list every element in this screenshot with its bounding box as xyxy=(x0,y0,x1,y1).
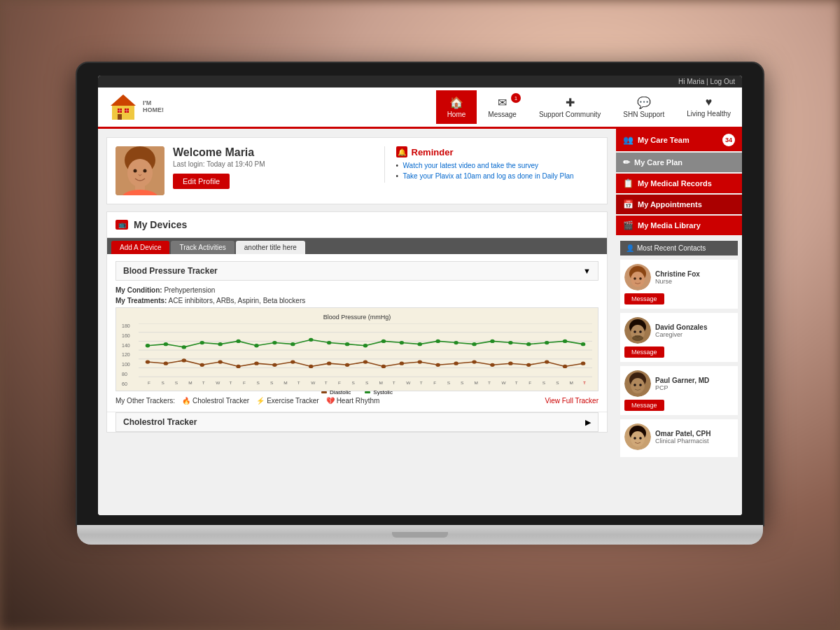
sidebar-care-plan[interactable]: ✏ My Care Plan xyxy=(616,153,742,172)
svg-text:T: T xyxy=(393,381,396,384)
svg-point-64 xyxy=(435,363,440,367)
svg-rect-0 xyxy=(112,104,134,120)
sidebar-medical-records[interactable]: 📋 My Medical Records xyxy=(616,174,742,193)
svg-point-37 xyxy=(400,341,404,344)
systolic-dot xyxy=(365,391,370,393)
view-full-tracker-link[interactable]: View Full Tracker xyxy=(545,397,598,405)
svg-point-46 xyxy=(563,340,567,343)
svg-point-54 xyxy=(254,362,258,365)
message-btn-paul[interactable]: Message xyxy=(624,400,664,411)
nav-message[interactable]: ✉ Message 1 xyxy=(477,90,528,124)
svg-text:T: T xyxy=(488,381,491,384)
svg-point-69 xyxy=(526,363,531,367)
svg-point-125 xyxy=(634,437,636,440)
care-team-label: My Care Team xyxy=(638,136,690,144)
svg-point-114 xyxy=(634,330,636,333)
svg-text:S: S xyxy=(556,381,559,384)
bp-condition: My Condition: Prehypertension xyxy=(115,286,598,294)
tracker-header-bp[interactable]: Blood Pressure Tracker ▼ xyxy=(115,261,598,281)
svg-point-11 xyxy=(127,159,153,187)
svg-point-26 xyxy=(200,341,204,344)
svg-text:S: S xyxy=(461,381,463,384)
heart-rhythm-link[interactable]: 💔 Heart Rhythm xyxy=(326,397,380,405)
nav-shn-support[interactable]: 💬 SHN Support xyxy=(612,90,676,124)
svg-text:S: S xyxy=(256,381,259,384)
tabs-bar: Add A Device Track Activities another ti… xyxy=(107,238,607,254)
svg-point-27 xyxy=(218,342,222,346)
svg-point-34 xyxy=(345,342,349,346)
contact-role-david: Caregiver xyxy=(655,331,734,338)
svg-text:W: W xyxy=(406,381,411,384)
contact-avatar-david xyxy=(624,317,651,344)
svg-point-119 xyxy=(631,378,645,393)
message-btn-christine[interactable]: Message xyxy=(624,293,664,304)
svg-point-38 xyxy=(418,342,422,346)
devices-section: 📺 My Devices Add A Device Track Activiti… xyxy=(106,211,608,433)
exercise-tracker-link[interactable]: ⚡ Exercise Tracker xyxy=(256,397,318,405)
svg-text:F: F xyxy=(243,381,246,384)
svg-point-29 xyxy=(254,344,258,347)
welcome-text: Welcome Maria Last login: Today at 19:40… xyxy=(173,146,376,189)
cholesterol-tracker-link[interactable]: 🔥 Cholestrol Tracker xyxy=(182,397,249,405)
avatar-face xyxy=(115,146,164,195)
svg-point-58 xyxy=(327,362,331,365)
svg-text:S: S xyxy=(161,381,164,384)
other-trackers: My Other Trackers: 🔥 Cholestrol Tracker … xyxy=(115,397,598,405)
reminder-item-2[interactable]: Take your Plavix at 10am and log as done… xyxy=(396,172,599,180)
sidebar-appointments[interactable]: 📅 My Appointments xyxy=(616,195,742,214)
svg-point-66 xyxy=(472,360,476,363)
sidebar-media-library[interactable]: 🎬 My Media Library xyxy=(616,216,742,235)
sidebar-care-team[interactable]: 👥 My Care Team 34 xyxy=(616,129,742,151)
care-team-count: 34 xyxy=(722,134,735,146)
svg-text:T: T xyxy=(325,381,328,384)
svg-point-115 xyxy=(639,330,642,333)
omar-face xyxy=(624,424,651,450)
main-content: Welcome Maria Last login: Today at 19:40… xyxy=(98,129,742,515)
support-community-icon: ✚ xyxy=(566,96,575,109)
nav-living-healthy-label: Living Healthy xyxy=(687,110,731,118)
nav-support-community-label: Support Community xyxy=(539,111,601,118)
svg-point-42 xyxy=(490,340,494,343)
svg-text:T: T xyxy=(202,381,205,384)
svg-point-53 xyxy=(236,365,240,368)
right-sidebar: 👥 My Care Team 34 ✏ My Care Plan 📋 xyxy=(616,129,742,515)
svg-text:S: S xyxy=(352,381,355,384)
care-plan-label: My Care Plan xyxy=(634,158,682,167)
svg-text:S: S xyxy=(365,381,368,384)
svg-point-59 xyxy=(345,363,349,367)
chart-legend: Diastolic Systolic xyxy=(122,389,592,396)
medical-records-label: My Medical Records xyxy=(638,179,712,188)
svg-point-23 xyxy=(146,344,150,347)
tab-add-device[interactable]: Add A Device xyxy=(111,241,169,254)
edit-profile-button[interactable]: Edit Profile xyxy=(173,174,230,189)
nav-home[interactable]: 🏠 Home xyxy=(436,90,477,124)
cholesterol-title: Cholestrol Tracker xyxy=(123,417,197,427)
contact-role-paul: PCP xyxy=(655,384,734,391)
message-btn-david[interactable]: Message xyxy=(624,346,664,358)
paul-face xyxy=(624,370,651,397)
message-icon: ✉ xyxy=(498,96,507,109)
cholesterol-header[interactable]: Cholestrol Tracker ▶ xyxy=(115,412,598,432)
tab-track-activities[interactable]: Track Activities xyxy=(171,241,234,254)
nav-living-healthy[interactable]: ♥ Living Healthy xyxy=(676,90,742,124)
welcome-section: Welcome Maria Last login: Today at 19:40… xyxy=(106,137,608,204)
david-face xyxy=(624,317,651,344)
reminder-icon: 🔔 xyxy=(396,146,407,158)
contact-david-gonzales: David Gonzales Caregiver Message xyxy=(620,313,738,362)
svg-text:M: M xyxy=(188,381,192,384)
reminder-item-1[interactable]: Watch your latest video and take the sur… xyxy=(396,162,599,169)
svg-point-30 xyxy=(272,341,276,344)
top-bar: Hi Maria | Log Out xyxy=(98,76,742,88)
contact-role-christine: Nurse xyxy=(655,278,734,285)
nav-support-community[interactable]: ✚ Support Community xyxy=(528,90,612,124)
tab-another-title[interactable]: another title here xyxy=(236,241,305,254)
svg-point-63 xyxy=(418,360,422,363)
christine-face xyxy=(624,264,651,290)
reminder-title: 🔔 Reminder xyxy=(396,146,599,158)
svg-text:S: S xyxy=(270,381,273,384)
svg-point-49 xyxy=(164,362,168,365)
contact-omar-patel: Omar Patel, CPH Clinical Pharmacist xyxy=(620,419,738,457)
legend-diastolic: Diastolic xyxy=(321,389,351,396)
svg-point-31 xyxy=(290,342,295,346)
contact-name-paul: Paul Garner, MD xyxy=(655,377,734,384)
